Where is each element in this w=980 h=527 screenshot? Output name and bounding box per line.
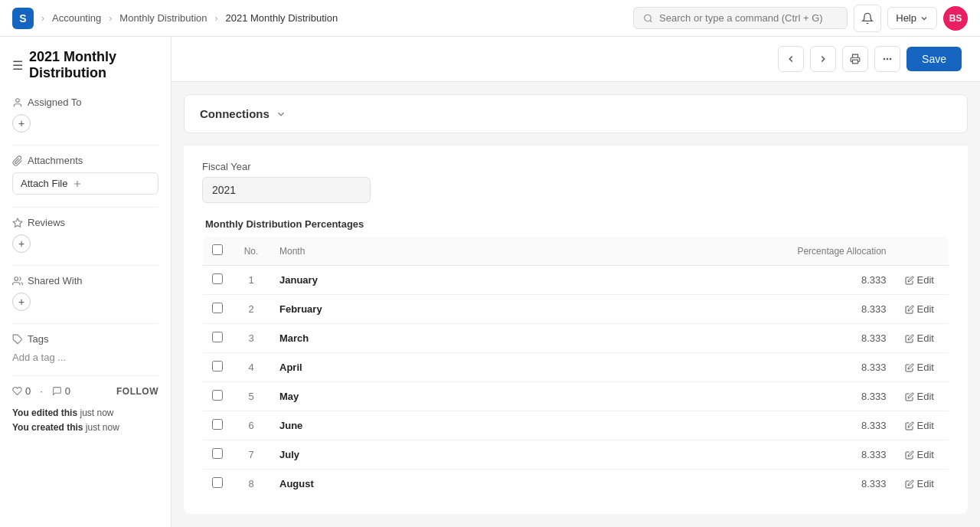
- edit-button[interactable]: Edit: [905, 303, 940, 315]
- breadcrumb-monthly-distribution[interactable]: Monthly Distribution: [119, 12, 207, 24]
- distribution-table: No. Month Percentage Allocation 1 Januar…: [202, 236, 949, 499]
- row-edit-cell: Edit: [896, 440, 949, 470]
- pencil-icon: [905, 305, 914, 314]
- row-checkbox[interactable]: [212, 303, 223, 313]
- sidebar: ☰ 2021 Monthly Distribution Assigned To …: [0, 37, 172, 527]
- avatar[interactable]: BS: [943, 6, 968, 31]
- row-checkbox[interactable]: [212, 390, 223, 401]
- fiscal-year-label: Fiscal Year: [202, 161, 949, 172]
- notifications-button[interactable]: [854, 5, 881, 32]
- attach-file-button[interactable]: Attach File: [12, 172, 158, 195]
- svg-point-6: [887, 58, 887, 59]
- col-percentage: Percentage Allocation: [497, 237, 896, 266]
- pencil-icon: [905, 334, 914, 343]
- row-checkbox[interactable]: [212, 448, 223, 459]
- table-row: 6 June 8.333 Edit: [203, 411, 949, 440]
- row-checkbox[interactable]: [212, 332, 223, 342]
- table-row: 8 August 8.333 Edit: [203, 470, 949, 499]
- row-checkbox[interactable]: [212, 361, 223, 372]
- search-bar[interactable]: [633, 7, 848, 29]
- divider-3: [12, 265, 158, 266]
- row-no: 1: [232, 266, 270, 295]
- table-row: 4 April 8.333 Edit: [203, 353, 949, 382]
- breadcrumb-accounting[interactable]: Accounting: [52, 12, 101, 24]
- shared-with-add-button[interactable]: +: [12, 293, 31, 311]
- row-month: June: [270, 411, 497, 440]
- divider-2: [12, 207, 158, 208]
- edit-button[interactable]: Edit: [905, 362, 940, 373]
- assigned-to-section: Assigned To +: [12, 97, 158, 133]
- tag-icon: [12, 334, 23, 345]
- help-label: Help: [896, 12, 916, 24]
- row-checkbox[interactable]: [212, 477, 223, 488]
- edit-button[interactable]: Edit: [905, 391, 940, 402]
- chevron-down-icon: [920, 14, 929, 23]
- row-checkbox[interactable]: [212, 273, 223, 284]
- follow-button[interactable]: FOLLOW: [116, 386, 158, 397]
- pencil-icon: [905, 392, 914, 401]
- divider-4: [12, 323, 158, 324]
- search-input[interactable]: [659, 12, 838, 24]
- row-no: 6: [232, 411, 270, 440]
- connections-header: Connections: [200, 107, 952, 120]
- toolbar-right: Save: [778, 46, 962, 72]
- col-no: No.: [232, 237, 270, 266]
- edit-button[interactable]: Edit: [905, 449, 940, 460]
- fiscal-year-value: 2021: [202, 177, 371, 203]
- activity-item-1: You edited this just now: [12, 406, 158, 421]
- table-title: Monthly Distribution Percentages: [202, 218, 949, 230]
- edit-button[interactable]: Edit: [905, 478, 940, 489]
- row-month: April: [270, 353, 497, 382]
- edit-button[interactable]: Edit: [905, 332, 940, 344]
- svg-point-7: [890, 58, 891, 59]
- help-button[interactable]: Help: [887, 7, 937, 29]
- prev-button[interactable]: [778, 46, 804, 72]
- stats-row: 0 · 0 FOLLOW: [12, 385, 158, 397]
- row-no: 7: [232, 440, 270, 470]
- edit-button[interactable]: Edit: [905, 274, 940, 286]
- row-edit-cell: Edit: [896, 382, 949, 411]
- row-percentage: 8.333: [497, 266, 896, 295]
- row-month: July: [270, 440, 497, 470]
- select-all-checkbox[interactable]: [212, 244, 223, 255]
- next-button[interactable]: [810, 46, 836, 72]
- col-month: Month: [270, 237, 497, 266]
- attachments-label: Attachments: [28, 155, 83, 166]
- connections-chevron-icon[interactable]: [276, 109, 286, 119]
- row-no: 8: [232, 470, 270, 499]
- table-row: 7 July 8.333 Edit: [203, 440, 949, 470]
- svg-point-8: [884, 58, 884, 59]
- star-icon: [12, 218, 23, 228]
- more-button[interactable]: [874, 46, 900, 72]
- row-month: May: [270, 382, 497, 411]
- save-button[interactable]: Save: [906, 47, 962, 71]
- row-checkbox[interactable]: [212, 419, 223, 430]
- svg-point-1: [16, 98, 20, 102]
- app-logo[interactable]: S: [12, 8, 34, 29]
- print-button[interactable]: [842, 46, 868, 72]
- tags-label-row: Tags: [12, 333, 158, 345]
- attach-file-label: Attach File: [21, 178, 67, 189]
- reviews-section: Reviews +: [12, 217, 158, 253]
- content-toolbar: Save: [172, 37, 980, 82]
- page-title: 2021 Monthly Distribution: [29, 49, 158, 81]
- reviews-add-button[interactable]: +: [12, 234, 31, 253]
- row-percentage: 8.333: [497, 440, 896, 470]
- row-no: 5: [232, 382, 270, 411]
- edit-button[interactable]: Edit: [905, 420, 940, 431]
- heart-icon: [12, 386, 22, 396]
- main-layout: ☰ 2021 Monthly Distribution Assigned To …: [0, 37, 980, 527]
- chevron-right-icon: [818, 54, 828, 64]
- shared-with-section: Shared With +: [12, 275, 158, 311]
- menu-icon[interactable]: ☰: [12, 58, 23, 73]
- table-row: 5 May 8.333 Edit: [203, 382, 949, 411]
- svg-rect-5: [853, 60, 858, 64]
- row-no: 2: [232, 295, 270, 324]
- bullet: ·: [40, 385, 43, 397]
- assigned-to-add-button[interactable]: +: [12, 114, 31, 133]
- add-tag-placeholder[interactable]: Add a tag ...: [12, 352, 66, 363]
- row-edit-cell: Edit: [896, 266, 949, 295]
- pencil-icon: [905, 480, 914, 489]
- breadcrumb-current: 2021 Monthly Distribution: [225, 12, 338, 24]
- row-month: January: [270, 266, 497, 295]
